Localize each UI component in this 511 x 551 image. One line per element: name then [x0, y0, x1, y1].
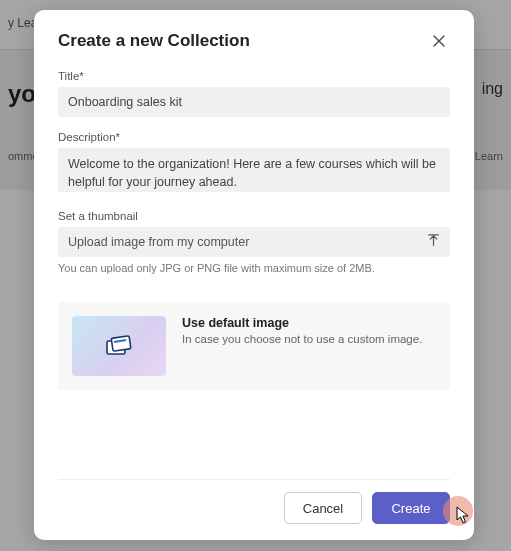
upload-text: Upload image from my computer — [68, 235, 249, 249]
create-button[interactable]: Create — [372, 492, 450, 524]
thumbnail-label: Set a thumbnail — [58, 210, 450, 222]
description-input[interactable] — [58, 148, 450, 192]
close-icon — [433, 35, 445, 47]
modal-header: Create a new Collection — [58, 30, 450, 52]
modal-title: Create a new Collection — [58, 31, 250, 51]
title-field-group: Title* — [58, 70, 450, 117]
upload-helper-text: You can upload only JPG or PNG file with… — [58, 262, 450, 274]
default-image-card: Use default image In case you choose not… — [58, 302, 450, 390]
description-field-group: Description* — [58, 131, 450, 196]
upload-image-button[interactable]: Upload image from my computer — [58, 227, 450, 257]
svg-rect-1 — [111, 336, 131, 351]
modal-footer: Cancel Create — [58, 479, 450, 524]
create-collection-modal: Create a new Collection Title* Descripti… — [34, 10, 474, 540]
description-label: Description* — [58, 131, 450, 143]
cancel-button[interactable]: Cancel — [284, 492, 362, 524]
upload-arrow-icon — [427, 234, 440, 250]
cards-icon — [104, 334, 134, 358]
close-button[interactable] — [428, 30, 450, 52]
title-label: Title* — [58, 70, 450, 82]
default-image-heading: Use default image — [182, 316, 422, 330]
default-thumbnail-preview — [72, 316, 166, 376]
thumbnail-field-group: Set a thumbnail Upload image from my com… — [58, 210, 450, 274]
default-image-subtext: In case you choose not to use a custom i… — [182, 333, 422, 345]
title-input[interactable] — [58, 87, 450, 117]
default-image-text: Use default image In case you choose not… — [182, 316, 422, 345]
